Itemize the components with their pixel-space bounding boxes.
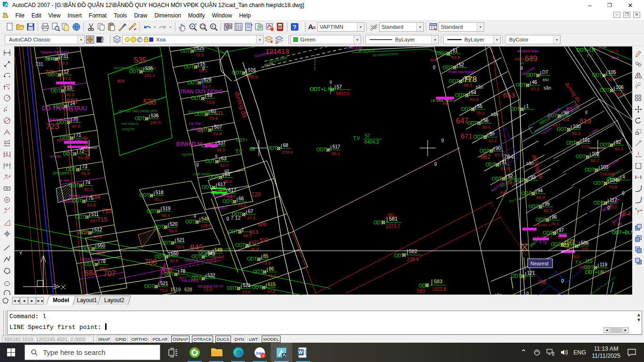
svg-text:DIEP THAI: DIEP THAI	[82, 257, 100, 262]
svg-text:734: 734	[90, 193, 100, 200]
svg-text:NGUYEN VAN: NGUYEN VAN	[188, 110, 210, 114]
svg-text:ODT: ODT	[253, 269, 263, 274]
svg-text:708: 708	[144, 258, 157, 266]
svg-text:?: ?	[293, 24, 297, 31]
svg-text:535: 535	[134, 56, 147, 64]
svg-text:ODT: ODT	[140, 193, 149, 198]
svg-text:67: 67	[248, 209, 254, 214]
svg-text:T.V: T.V	[586, 54, 593, 58]
svg-text:66: 66	[239, 196, 244, 201]
svg-text:73.8: 73.8	[206, 100, 215, 105]
svg-text:723: 723	[46, 122, 59, 131]
svg-text:ODT: ODT	[594, 181, 603, 186]
svg-text:6.7g: 6.7g	[539, 240, 547, 244]
svg-text:778: 778	[463, 75, 477, 84]
svg-text:666: 666	[430, 58, 437, 62]
svg-text:63.9: 63.9	[452, 55, 460, 60]
svg-text:73.0: 73.0	[268, 273, 276, 278]
svg-text:ODT: ODT	[154, 224, 164, 230]
svg-text:829: 829	[204, 77, 212, 82]
svg-text:ODT: ODT	[188, 80, 198, 85]
svg-text:HA-CHUC: HA-CHUC	[182, 279, 199, 283]
svg-text:68.4: 68.4	[162, 213, 170, 218]
svg-text:553: 553	[572, 255, 579, 259]
svg-text:g: g	[526, 290, 529, 295]
svg-text:777: 777	[63, 85, 74, 93]
svg-text:64.0: 64.0	[78, 156, 86, 160]
svg-text:ODT: ODT	[566, 140, 576, 146]
svg-text:g: g	[215, 153, 217, 158]
svg-text:ODT: ODT	[455, 93, 465, 98]
svg-text:628: 628	[184, 287, 192, 292]
svg-text:80.1: 80.1	[331, 151, 340, 156]
svg-text:92: 92	[616, 140, 621, 145]
svg-text:6404.3: 6404.3	[364, 140, 379, 145]
svg-text:73.4: 73.4	[238, 203, 246, 208]
svg-text:ODT: ODT	[202, 185, 212, 190]
svg-text:62.3: 62.3	[84, 187, 92, 192]
svg-text:65.9: 65.9	[537, 195, 545, 200]
svg-text:581: 581	[388, 213, 395, 217]
svg-text:731: 731	[35, 62, 43, 67]
svg-text:ODT: ODT	[144, 284, 154, 289]
svg-text:532: 532	[207, 273, 215, 278]
svg-text:54: 54	[471, 90, 477, 95]
svg-text:sân: sân	[526, 161, 534, 166]
svg-text:57: 57	[365, 133, 371, 139]
svg-text:548: 548	[201, 216, 209, 222]
svg-text:g: g	[441, 137, 444, 142]
svg-text:T.V: T.V	[235, 149, 242, 154]
svg-text:ODT+: ODT+	[236, 138, 248, 142]
svg-text:g: g	[520, 65, 523, 70]
svg-text:sân: sân	[476, 84, 483, 90]
svg-text:8520.0: 8520.0	[336, 91, 349, 96]
svg-text:A: A	[308, 23, 314, 31]
svg-text:500: 500	[258, 222, 266, 227]
svg-text:73.3: 73.3	[262, 261, 271, 265]
svg-text:517: 517	[332, 144, 340, 149]
svg-text:1368-4VFDU: 1368-4VFDU	[193, 173, 212, 176]
svg-text:183.3: 183.3	[609, 49, 619, 54]
svg-text:51: 51	[453, 48, 458, 53]
svg-text:ODT: ODT	[129, 69, 139, 74]
svg-text:94: 94	[537, 188, 543, 193]
svg-text:HUYNH TAN SANG (PK): HUYNH TAN SANG (PK)	[118, 109, 158, 113]
svg-text:518: 518	[156, 190, 164, 195]
svg-text:535: 535	[145, 66, 153, 71]
svg-text:847: 847	[90, 219, 97, 223]
svg-text:ODT: ODT	[437, 51, 446, 56]
svg-text:95: 95	[545, 201, 550, 206]
svg-text:83.2484660 CHAU: 83.2484660 CHAU	[373, 52, 399, 57]
svg-text:117: 117	[610, 197, 617, 203]
svg-text:77.9: 77.9	[581, 145, 590, 149]
svg-text:g: g	[330, 79, 332, 84]
svg-text:ODT: ODT	[191, 96, 201, 101]
svg-text:ODT: ODT	[81, 246, 91, 251]
svg-text:521: 521	[243, 283, 251, 288]
svg-text:520: 520	[170, 222, 178, 227]
svg-text:ODT: ODT	[181, 49, 190, 54]
svg-text:ODT: ODT	[528, 204, 538, 209]
svg-text:1073.7: 1073.7	[386, 224, 400, 229]
svg-text:ODT: ODT	[198, 250, 208, 255]
svg-text:73.0: 73.0	[242, 290, 250, 295]
svg-text:85: 85	[263, 254, 269, 259]
svg-text:84.2: 84.2	[470, 97, 479, 102]
svg-text:ODT: ODT	[576, 154, 586, 159]
svg-text:ODT: ODT	[135, 116, 145, 121]
svg-text:79/16/PT: 79/16/PT	[45, 57, 61, 61]
svg-text:ODT+LN: ODT+LN	[577, 48, 595, 53]
svg-text:507: 507	[214, 124, 222, 130]
svg-text:BRG.A NH: BRG.A NH	[348, 47, 363, 49]
svg-text:cung 5w: cung 5w	[122, 127, 135, 131]
svg-text:278.4: 278.4	[282, 150, 293, 155]
svg-text:516: 516	[248, 67, 256, 73]
svg-text:ng binh: ng binh	[182, 153, 193, 156]
svg-text:sân: sân	[544, 85, 551, 90]
svg-text:611: 611	[215, 110, 223, 116]
svg-text:54.7: 54.7	[203, 84, 211, 89]
svg-text:842: 842	[500, 190, 507, 195]
svg-text:73.0: 73.0	[203, 287, 213, 292]
svg-text:74: 74	[85, 180, 91, 185]
svg-text:le van: le van	[59, 178, 69, 182]
